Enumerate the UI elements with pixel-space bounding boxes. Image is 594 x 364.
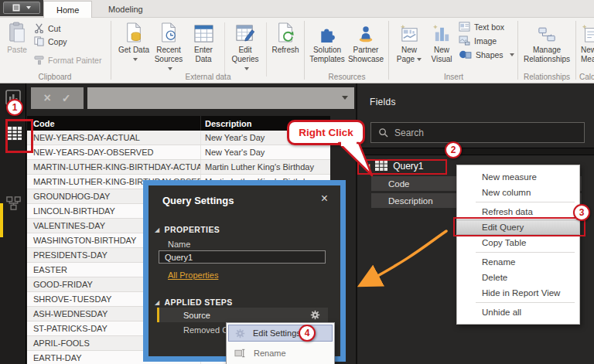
report-view-button[interactable]: [5, 90, 21, 108]
ribbon-group-external-data: Get Data Recent Sources Enter Data Edit: [113, 18, 303, 83]
rename-menu-item[interactable]: Rename: [228, 345, 333, 362]
partner-showcase-button[interactable]: Partner Showcase: [346, 21, 385, 64]
image-icon: [459, 36, 470, 46]
ribbon: Paste Cut Copy Format Painter Clipboard: [0, 18, 594, 83]
description-cell[interactable]: New Year's Day: [201, 145, 330, 159]
code-cell[interactable]: MARTIN-LUTHER-KING-BIRTHDAY-ACTUAL: [27, 160, 201, 174]
applied-steps-section-header[interactable]: ◢ APPLIED STEPS: [155, 298, 233, 307]
tab-modeling[interactable]: Modeling: [96, 1, 155, 18]
context-menu-item[interactable]: Delete: [457, 270, 579, 285]
ribbon-separator: [304, 21, 305, 80]
text-box-button[interactable]: Text box: [459, 21, 504, 32]
ribbon-subseparator: [224, 22, 225, 77]
refresh-icon: [276, 21, 295, 43]
field-label: Description: [388, 196, 433, 206]
query-name-input[interactable]: Query1: [159, 250, 326, 264]
shapes-button[interactable]: Shapes: [459, 49, 514, 60]
commit-formula-icon[interactable]: ✓: [62, 93, 71, 104]
table-row[interactable]: MARTIN-LUTHER-KING-BIRTHDAY-ACTUAL Marti…: [27, 160, 330, 175]
description-cell[interactable]: New Year's Day: [201, 131, 330, 145]
ribbon-separator: [575, 21, 576, 80]
context-menu-item[interactable]: Edit Query: [457, 219, 579, 235]
format-painter-icon: [34, 55, 44, 65]
cut-icon: [34, 23, 44, 33]
table-row[interactable]: NEW-YEARS-DAY-OBSERVED New Year's Day: [27, 145, 330, 160]
context-menu-item[interactable]: New column: [457, 185, 579, 200]
new-measure-icon: [581, 21, 594, 43]
step-settings-gear-icon[interactable]: [310, 310, 320, 321]
formula-expand-chevron-icon[interactable]: [342, 96, 348, 100]
formula-input[interactable]: [87, 87, 354, 109]
query1-label: Query1: [393, 161, 423, 172]
search-input[interactable]: Search: [370, 122, 585, 143]
code-cell[interactable]: NEW-YEARS-DAY-ACTUAL: [27, 131, 201, 145]
ribbon-separator: [517, 21, 518, 80]
new-visual-button[interactable]: New Visual: [426, 21, 457, 64]
column-header-description[interactable]: Description: [201, 116, 330, 131]
new-page-button[interactable]: New Page: [394, 21, 425, 64]
powerbi-window: Home Modeling Paste Cut Copy Format Pa: [0, 0, 594, 364]
recent-sources-button[interactable]: Recent Sources: [152, 21, 186, 73]
description-cell[interactable]: Martin Luther King's Birthday: [201, 160, 330, 174]
close-icon[interactable]: ×: [321, 192, 328, 205]
table-row[interactable]: NEW-YEARS-DAY-ACTUAL New Year's Day: [27, 131, 330, 145]
file-menu-button[interactable]: [3, 2, 40, 14]
manage-relationships-label: Manage Relationships: [521, 46, 572, 64]
context-menu-item[interactable]: Hide in Report View: [457, 285, 579, 301]
new-measure-button[interactable]: New Measure: [581, 21, 594, 64]
image-button[interactable]: Image: [459, 35, 497, 46]
data-view-icon: [6, 126, 22, 141]
external-data-group-label: External data: [113, 73, 303, 81]
context-menu-item[interactable]: Refresh data: [457, 204, 579, 219]
callout-tail-join: [341, 141, 357, 146]
shapes-icon: [459, 49, 472, 60]
image-label: Image: [474, 36, 497, 46]
table-header-row: Code Description: [27, 116, 330, 131]
data-view-button[interactable]: [6, 126, 22, 144]
relationships-view-button[interactable]: [5, 196, 22, 215]
expander-triangle-icon[interactable]: ◢: [365, 162, 370, 169]
new-visual-label: New Visual: [426, 46, 457, 64]
menu-divider: [476, 202, 575, 202]
refresh-label: Refresh: [271, 46, 299, 55]
copy-button[interactable]: Copy: [34, 36, 67, 47]
applied-step-row[interactable]: Source: [157, 308, 328, 322]
refresh-button[interactable]: Refresh: [269, 21, 302, 55]
rename-icon: [234, 349, 246, 358]
applied-steps-header-label: APPLIED STEPS: [165, 298, 233, 307]
get-data-icon: [125, 21, 143, 43]
all-properties-link[interactable]: All Properties: [168, 270, 218, 280]
column-header-code[interactable]: Code: [27, 116, 201, 131]
enter-data-label: Enter Data: [187, 46, 220, 64]
dropdown-caret-icon: [244, 67, 249, 70]
code-cell[interactable]: NEW-YEARS-DAY-OBSERVED: [27, 145, 201, 159]
manage-relationships-button[interactable]: Manage Relationships: [521, 21, 572, 64]
calculations-group-label: Calculations: [578, 73, 594, 81]
tab-home[interactable]: Home: [43, 1, 92, 18]
paste-button[interactable]: Paste: [3, 21, 31, 55]
chevron-down-icon: [26, 6, 31, 9]
edit-queries-button[interactable]: Edit Queries: [229, 21, 261, 73]
format-painter-label: Format Painter: [48, 56, 101, 65]
resources-group-label: Resources: [306, 73, 387, 81]
text-box-label: Text box: [474, 22, 504, 32]
cut-button[interactable]: Cut: [34, 22, 60, 34]
properties-section-header[interactable]: ◢ PROPERTIES: [155, 225, 220, 234]
partner-showcase-label: Partner Showcase: [346, 46, 385, 64]
cancel-formula-icon[interactable]: ×: [43, 92, 50, 104]
get-data-button[interactable]: Get Data: [118, 21, 150, 64]
context-menu-item[interactable]: Unhide all: [457, 304, 579, 320]
step-options-menu: Edit Settings Rename: [226, 322, 335, 364]
enter-data-button[interactable]: Enter Data: [187, 21, 220, 64]
edit-settings-menu-item[interactable]: Edit Settings: [228, 325, 333, 342]
solution-templates-button[interactable]: Solution Templates: [309, 21, 346, 64]
context-menu-item[interactable]: Rename: [457, 254, 579, 270]
context-menu-item[interactable]: New measure: [457, 169, 579, 185]
edit-settings-label: Edit Settings: [253, 328, 301, 338]
edit-queries-icon: [236, 21, 255, 43]
context-menu-item[interactable]: Copy Table: [457, 235, 579, 250]
file-menu-block: [0, 0, 43, 16]
collapse-triangle-icon: ◢: [155, 226, 160, 233]
format-painter-button[interactable]: Format Painter: [34, 54, 101, 66]
ribbon-group-insert: New Page New Visual Text box Image Shape…: [391, 18, 517, 83]
